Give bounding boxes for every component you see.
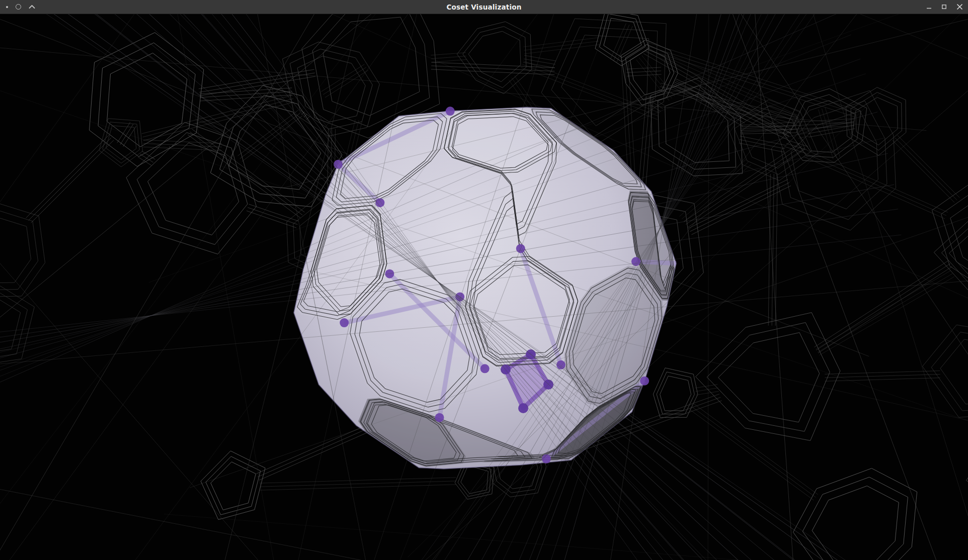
close-button[interactable] (956, 4, 963, 10)
maximize-button[interactable] (941, 4, 947, 10)
titlebar[interactable]: Coset Visualization (0, 0, 968, 14)
window-title: Coset Visualization (446, 3, 521, 11)
scene-svg (0, 14, 968, 560)
app-window: Coset Visualization (0, 0, 968, 560)
close-icon (956, 4, 963, 10)
maximize-icon (941, 4, 947, 10)
titlebar-left-controls (6, 0, 35, 14)
circle-button[interactable] (16, 4, 21, 10)
dot-indicator-icon (6, 6, 8, 8)
circle-icon (16, 4, 21, 10)
minimize-icon (926, 4, 932, 10)
titlebar-right-controls (926, 0, 963, 14)
minimize-button[interactable] (926, 4, 932, 10)
scene-canvas[interactable] (0, 14, 968, 560)
chevron-up-icon (29, 5, 35, 9)
chevron-up-button[interactable] (29, 5, 35, 9)
